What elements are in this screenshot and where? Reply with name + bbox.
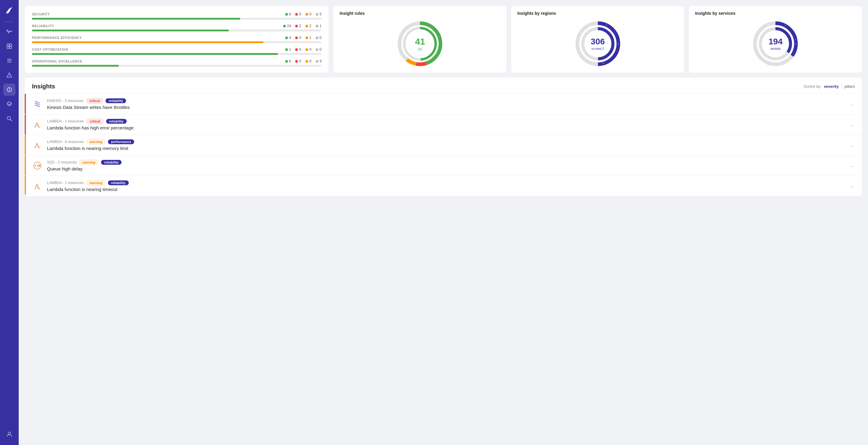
pillar-row: RELIABILITY 24 2 2 1 bbox=[32, 24, 321, 31]
insight-pillar-badge: performance bbox=[108, 139, 134, 144]
sort-divider: | bbox=[841, 84, 842, 89]
sidebar-list-icon[interactable] bbox=[3, 55, 16, 67]
insights-by-regions-chart: 306 us-east-1 bbox=[517, 19, 678, 68]
pillar-header: OPERATIONAL EXCELLENCE 6 0 0 9 bbox=[32, 59, 321, 63]
insight-meta: KINESIS - 3 resources critical reliabili… bbox=[47, 98, 844, 103]
pillar-header: RELIABILITY 24 2 2 1 bbox=[32, 24, 321, 28]
pillar-name: SECURITY bbox=[32, 12, 50, 16]
pillar-progress-bg bbox=[32, 41, 321, 43]
sidebar bbox=[0, 0, 19, 445]
app-logo[interactable] bbox=[4, 5, 15, 16]
pillar-header: COST OPTIMIZATION 1 0 0 0 bbox=[32, 48, 321, 52]
insight-pillar-badge: reliability bbox=[105, 98, 126, 103]
pillar-name: OPERATIONAL EXCELLENCE bbox=[32, 59, 82, 63]
pillar-badges: 6 0 0 9 bbox=[285, 59, 322, 63]
dot-green bbox=[285, 48, 288, 51]
insight-description: Kinesis Data Stream writes have throttle… bbox=[47, 105, 844, 110]
insight-item[interactable]: LAMBDA - 1 resources warning reliability… bbox=[25, 176, 862, 196]
top-row: SECURITY 6 0 0 5 bbox=[25, 6, 862, 73]
pillar-badge-orange: 1 bbox=[305, 36, 311, 40]
dot-gray bbox=[316, 13, 318, 16]
sidebar-insights-icon[interactable] bbox=[3, 84, 16, 96]
insight-expand-icon[interactable]: ⌄ bbox=[848, 161, 855, 170]
pillar-progress-fill bbox=[32, 65, 119, 67]
insight-rules-donut: 41 OK bbox=[396, 20, 444, 68]
insight-service-icon bbox=[32, 181, 43, 191]
insight-meta: LAMBDA - 1 resources critical reliabilit… bbox=[47, 119, 844, 124]
sidebar-search-icon[interactable] bbox=[3, 113, 16, 125]
insight-rules-chart: 41 OK bbox=[339, 19, 500, 68]
insight-item[interactable]: KINESIS - 3 resources critical reliabili… bbox=[25, 93, 862, 114]
dot-gray bbox=[316, 36, 318, 39]
sidebar-user-icon[interactable] bbox=[3, 428, 16, 440]
dot-red bbox=[295, 36, 298, 39]
dot-orange bbox=[305, 36, 308, 39]
insight-pillar-badge: reliability bbox=[108, 180, 128, 185]
insight-expand-icon[interactable]: ⌄ bbox=[848, 141, 855, 149]
sidebar-grid-icon[interactable] bbox=[3, 40, 16, 52]
insight-item[interactable]: LAMBDA - 6 resources warning performance… bbox=[25, 135, 862, 155]
svg-point-8 bbox=[9, 76, 10, 77]
dot-orange bbox=[305, 25, 308, 27]
pillar-badge-green: 1 bbox=[285, 48, 291, 52]
pillar-badge-red: 0 bbox=[295, 36, 301, 40]
pillar-progress-fill bbox=[32, 18, 240, 20]
insight-expand-icon[interactable]: ⌄ bbox=[848, 182, 855, 190]
pillar-badge-orange: 0 bbox=[305, 48, 311, 52]
pillar-row: OPERATIONAL EXCELLENCE 6 0 0 9 bbox=[32, 59, 321, 67]
insights-list: KINESIS - 3 resources critical reliabili… bbox=[25, 93, 862, 196]
insights-by-services-chart: 194 lambda bbox=[695, 19, 856, 68]
insight-expand-icon[interactable]: ⌄ bbox=[848, 100, 855, 108]
sort-pillars-link[interactable]: pillars bbox=[844, 84, 855, 89]
sidebar-alert-icon[interactable] bbox=[3, 69, 16, 81]
pillar-badge-gray: 0 bbox=[316, 36, 322, 40]
pillar-progress-fill bbox=[32, 30, 229, 31]
pillar-header: SECURITY 6 0 0 5 bbox=[32, 12, 321, 16]
pillar-badge-green: 4 bbox=[285, 36, 291, 40]
dot-orange bbox=[305, 13, 308, 16]
svg-point-12 bbox=[7, 116, 10, 120]
pillar-badges: 6 0 0 5 bbox=[285, 12, 322, 16]
insight-description: Lambda function is nearing timeout bbox=[47, 187, 844, 192]
pillar-badge-gray: 0 bbox=[316, 48, 322, 52]
insight-service-icon bbox=[32, 119, 43, 130]
insight-service-icon bbox=[32, 99, 43, 110]
svg-rect-1 bbox=[10, 44, 12, 46]
pillar-progress-bg bbox=[32, 30, 321, 31]
pillar-badge-green: 6 bbox=[285, 12, 291, 16]
pillar-badge-green: 6 bbox=[285, 59, 291, 63]
pillar-badges: 4 0 1 0 bbox=[285, 36, 322, 40]
insight-meta: LAMBDA - 1 resources warning reliability bbox=[47, 180, 844, 185]
dot-orange bbox=[305, 60, 308, 63]
pillar-name: PERFORMANCE EFFICIENCY bbox=[32, 36, 82, 39]
insight-description: Lambda function has high error percentag… bbox=[47, 125, 844, 130]
dot-red bbox=[295, 60, 298, 63]
sidebar-layers-icon[interactable] bbox=[3, 98, 16, 110]
insight-item[interactable]: LAMBDA - 1 resources critical reliabilit… bbox=[25, 114, 862, 135]
insight-pillar-badge: reliability bbox=[101, 160, 122, 165]
sort-severity-link[interactable]: severity bbox=[824, 84, 838, 89]
pillar-name: RELIABILITY bbox=[32, 24, 54, 28]
svg-rect-2 bbox=[7, 47, 9, 49]
pillar-badge-green: 24 bbox=[283, 24, 291, 28]
insight-service-label: LAMBDA - 6 resources bbox=[47, 140, 84, 144]
insight-item[interactable]: SQS - 2 resources warning reliability Qu… bbox=[25, 155, 862, 176]
pillar-progress-bg bbox=[32, 65, 321, 67]
dot-orange bbox=[305, 48, 308, 51]
insight-expand-icon[interactable]: ⌄ bbox=[848, 120, 855, 128]
insight-meta: SQS - 2 resources warning reliability bbox=[47, 159, 844, 165]
insight-severity-badge: warning bbox=[79, 159, 99, 165]
insight-severity-badge: critical bbox=[86, 98, 103, 103]
sort-row: Sorted by: severity | pillars bbox=[804, 84, 855, 89]
insight-service-label: LAMBDA - 1 resources bbox=[47, 181, 84, 185]
insights-section: Insights Sorted by: severity | pillars K… bbox=[25, 78, 862, 196]
insights-by-services-title: Insights by services bbox=[695, 11, 735, 16]
insight-description: Lambda function is nearing memory limit bbox=[47, 146, 844, 151]
pillar-progress-fill bbox=[32, 53, 278, 55]
insights-by-services-donut: 194 lambda bbox=[751, 20, 800, 68]
pillar-row: SECURITY 6 0 0 5 bbox=[32, 12, 321, 20]
pillar-badge-orange: 0 bbox=[305, 12, 311, 16]
sidebar-activity-icon[interactable] bbox=[3, 26, 16, 38]
insight-pillar-badge: reliability bbox=[106, 119, 127, 124]
pillar-badge-orange: 0 bbox=[305, 59, 311, 63]
